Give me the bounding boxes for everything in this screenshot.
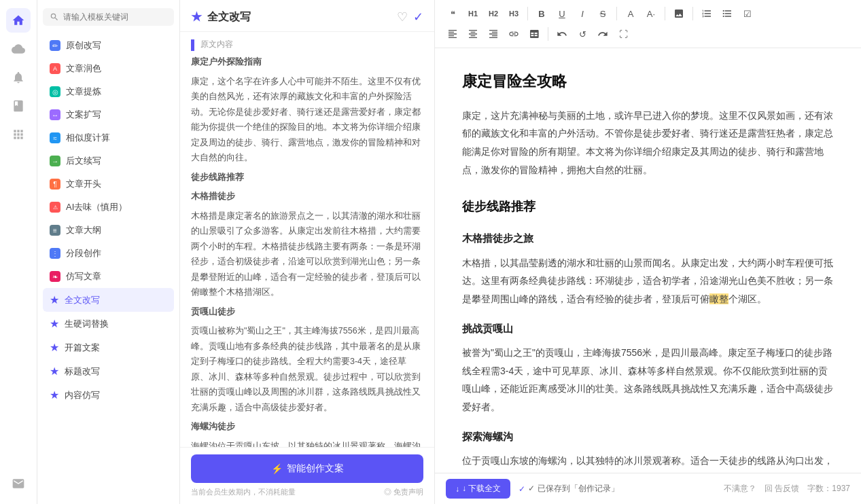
menu-label-imitate: 仿写文章 [66,270,101,283]
editor-header-actions: ♡ ✓ [397,10,423,24]
menu-item-headline[interactable]: ★ 开篇文案 [43,336,174,359]
ordered-list-btn[interactable] [697,4,716,23]
sidebar-home-icon[interactable] [6,8,31,33]
menu-label-outline: 文章大纲 [66,224,101,236]
quote-btn[interactable]: ❝ [443,4,462,23]
undo-btn[interactable] [552,24,572,43]
highlight-btn[interactable]: A· [642,4,661,23]
editor-header: ★ 全文改写 ♡ ✓ [180,0,434,32]
menu-label-continue: 后文续写 [66,155,101,167]
menu-dot-similarity: ≈ [50,132,60,143]
align-right-btn[interactable] [484,24,503,43]
highlight-text: 瞰整 [709,293,728,304]
italic-btn[interactable]: I [573,4,592,23]
menu-label-opening: 文章开头 [66,178,101,190]
menu-item-continue[interactable]: → 后文续写 [43,149,174,173]
sidebar-book-icon[interactable] [6,94,31,118]
h2-btn[interactable]: H2 [484,4,503,23]
link-btn[interactable] [504,24,523,43]
menu-dot-segmented: ⋮ [50,248,60,259]
menu-item-title-rewrite[interactable]: ★ 标题改写 [43,359,174,383]
menu-item-opening[interactable]: ¶ 文章开头 [43,173,174,196]
menu-label-expand: 文案扩写 [66,109,101,121]
menu-item-similarity[interactable]: ≈ 相似度计算 [43,126,174,149]
fullscreen-btn[interactable]: ⛶ [614,24,633,43]
underline-btn[interactable]: U [552,4,572,23]
menu-label-headline: 开篇文案 [65,342,100,354]
strikethrough-btn[interactable]: S [593,4,612,23]
menu-star-title: ★ [50,365,59,378]
menu-item-segmented[interactable]: ⋮ 分段创作 [43,242,174,265]
font-color-btn[interactable]: A [621,4,640,23]
menu-panel: ✏ 原创改写 A 文章润色 ◎ 文章提炼 ↔ 文案扩写 ≈ 相似度计算 → 后文… [37,0,180,504]
preview-subsection1-3: 探索海螺沟 [462,427,834,447]
menu-item-content-imitate[interactable]: ★ 内容仿写 [43,383,174,407]
editor-star-icon: ★ [191,10,202,24]
menu-item-outline[interactable]: ≡ 文章大纲 [43,219,174,242]
search-box[interactable] [43,8,174,26]
menu-label-replace: 生硬词替换 [65,318,109,330]
source-para2: 贡嘎山被称为"蜀山之王"，其主峰海拔7556米，是四川最高峰。贡嘎山地有多条经典… [191,323,423,415]
source-label-text: 原文内容 [200,39,233,50]
preview-subsection1-2: 挑战贡嘎山 [462,319,834,339]
check-icon: ✓ [519,484,525,494]
menu-item-imitate[interactable]: ❧ 仿写文章 [43,265,174,288]
sep1 [527,7,528,20]
download-button[interactable]: ↓ ↓ 下载全文 [446,479,510,499]
h3-btn[interactable]: H3 [504,4,523,23]
sidebar-cloud-icon[interactable] [6,37,31,61]
source-para1: 木格措是康定著名的旅游景点之一，以其清澈的湖水和壮丽的山景吸引了众多游客。从康定… [191,209,423,300]
menu-item-ai-taste[interactable]: ⚠ AI去味（慎用） [43,196,174,219]
source-section1: 徒步线路推荐 [191,173,244,182]
bold-btn[interactable]: B [532,4,551,23]
menu-item-expand[interactable]: ↔ 文案扩写 [43,103,174,126]
footer-right-text: ◎ 免责声明 [384,487,423,497]
preview-para1-1: 木格措，以其晶莹剔透的湖水和壮丽的山景而闻名。从康定出发，大约两小时车程便可抵达… [462,254,834,308]
search-input[interactable] [63,12,167,22]
table-btn[interactable] [525,24,544,43]
preview-title: 康定冒险全攻略 [462,67,834,96]
sep5 [548,27,548,41]
redo-btn[interactable] [593,24,612,43]
sidebar-mail-icon[interactable] [6,471,31,496]
sidebar-bell-icon[interactable] [6,65,31,90]
menu-label-polish: 文章润色 [66,62,101,75]
word-count: 字数：1937 [807,483,850,494]
menu-item-original[interactable]: ✏ 原创改写 [43,34,174,57]
saved-text: ✓ 已保存到「创作记录」 [528,483,618,494]
unordered-list-btn[interactable] [718,4,737,23]
menu-item-rewrite[interactable]: ★ 全文改写 [43,288,174,312]
menu-star-headline: ★ [50,341,59,354]
source-sub1: 木格措徒步 [191,192,235,201]
menu-label-ai-taste: AI去味（慎用） [66,201,127,213]
check-circle-icon[interactable]: ✓ [413,10,423,24]
menu-dot-refine: ◎ [50,86,60,97]
menu-item-polish[interactable]: A 文章润色 [43,57,174,80]
preview-content: 康定冒险全攻略 康定，这片充满神秘与美丽的土地，或许早已进入你的梦境。这里不仅风… [435,48,861,473]
search-icon [50,12,59,22]
undo2-btn[interactable]: ↺ [573,24,592,43]
create-btn-label: 智能创作文案 [287,463,344,475]
sidebar-grid-icon[interactable] [6,122,31,147]
preview-subsection1-1: 木格措徒步之旅 [462,229,834,249]
source-label: 原文内容 [180,32,434,54]
align-left-btn[interactable] [443,24,462,43]
heart-icon[interactable]: ♡ [397,10,408,24]
sep2 [616,7,617,20]
menu-item-replace[interactable]: ★ 生硬词替换 [43,312,174,336]
menu-label-refine: 文章提炼 [66,86,101,98]
menu-star-rewrite: ★ [50,293,59,306]
menu-label-original: 原创改写 [66,39,101,52]
menu-item-refine[interactable]: ◎ 文章提炼 [43,80,174,103]
create-button[interactable]: ⚡ 智能创作文案 [191,454,423,483]
source-intro: 康定，这个名字在许多人心中可能并不陌生。这里不仅有优美的自然风光，还有浓厚的藏族… [191,74,423,166]
check-list-btn[interactable]: ☑ [738,4,757,23]
align-center-btn[interactable] [463,24,482,43]
h1-btn[interactable]: H1 [463,4,482,23]
preview-footer: ↓ ↓ 下载全文 ✓ ✓ 已保存到「创作记录」 不满意？ 回 告反馈 字数：19… [435,473,861,504]
menu-label-similarity: 相似度计算 [66,132,110,144]
image-btn[interactable] [669,4,688,23]
menu-label-title-rewrite: 标题改写 [65,365,100,378]
download-btn-label: ↓ 下载全文 [462,483,501,494]
give-feedback-btn[interactable]: 回 告反馈 [765,483,799,494]
